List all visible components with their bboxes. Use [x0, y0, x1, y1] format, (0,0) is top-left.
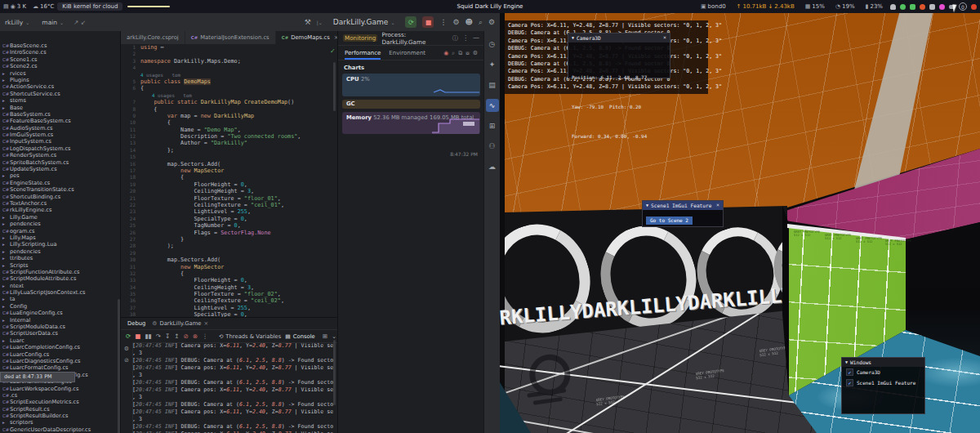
more-actions-icon[interactable]: ⋮ — [439, 18, 447, 26]
tree-item[interactable]: C# ScriptUserData.cs — [0, 330, 120, 337]
database-icon[interactable]: ▤ — [486, 78, 499, 92]
notifications-icon[interactable]: ◷ — [486, 38, 499, 51]
battery-percent[interactable]: 23% — [870, 3, 883, 10]
tree-item[interactable]: C# InputSystem.cs — [0, 138, 120, 145]
tree-item[interactable]: C# Scene2.cs — [0, 63, 120, 69]
tree-item[interactable]: C# ScriptFunctionAttribute.cs — [0, 269, 120, 275]
bell-icon[interactable] — [890, 4, 896, 10]
tree-item[interactable]: C# LuarcConfig.cs — [0, 351, 120, 358]
collapse-arrow-icon[interactable]: ▼ — [646, 201, 648, 210]
monitoring-stripe-icon[interactable]: ∿ — [486, 99, 499, 112]
tab-demomaps[interactable]: C# DemoMaps.cs × — [276, 31, 345, 44]
tree-item[interactable]: C# ScriptResultBuilder.cs — [0, 413, 120, 419]
tree-item[interactable]: C# GenericUserDataDescriptor.cs — [0, 426, 120, 433]
debug-console-output[interactable]: [20:47:45 INF] Camera pos: X=6.11, Y=2.4… — [132, 342, 333, 433]
tree-item[interactable]: ▸ pes — [0, 172, 120, 179]
checkbox-checked-icon[interactable]: ✔ — [846, 368, 853, 376]
push-pull-arrows[interactable]: ↗ ↙ — [74, 19, 86, 26]
tree-item[interactable]: C# LillyLuaScriptJsonContext.cs — [0, 289, 120, 296]
flame-icon[interactable] — [920, 4, 925, 10]
collapse-arrow-icon[interactable]: ▼ — [572, 33, 574, 42]
tab-console[interactable]: ▤ Console — [285, 333, 314, 340]
tree-item[interactable]: C# LuarcWorkspaceConfig.cs — [0, 386, 120, 392]
build-hammer-icon[interactable]: ⚒ — [305, 18, 311, 26]
tree-item[interactable]: ▸ Config — [0, 303, 120, 310]
tree-item[interactable]: C# ScriptModuleAttribute.cs — [0, 275, 120, 282]
tree-item[interactable]: C# ogram.cs — [0, 228, 120, 234]
weather-indicator[interactable]: 16°C — [40, 3, 54, 10]
tree-item[interactable]: ▸ Plugins — [0, 77, 120, 83]
tab-environment[interactable]: Environment — [389, 46, 425, 60]
tree-item[interactable]: C# LuaEngineConfig.cs — [0, 310, 120, 316]
notification-pill[interactable]: KiB kernel for cloud — [57, 2, 122, 11]
status-dot-magenta[interactable] — [939, 4, 945, 10]
close-icon[interactable]: × — [716, 201, 719, 210]
imgui-window-camera3d[interactable]: ▼ Camera3D × Position: 6.11, 2.48, 8.77 … — [568, 33, 670, 78]
clear-console-icon[interactable]: ⊘ — [124, 357, 129, 364]
tree-item[interactable]: ▸ ntext — [0, 283, 120, 289]
tree-item[interactable]: ▸ ttributes — [0, 255, 120, 261]
console-settings-icon[interactable]: ⚙ — [124, 346, 129, 352]
stop-icon[interactable]: ■ — [135, 333, 140, 340]
run-button[interactable]: ⟳ — [405, 16, 416, 28]
editor-scrollbar[interactable] — [333, 62, 336, 111]
pause-icon[interactable]: ▮▮ — [145, 333, 151, 340]
go-to-scene2-button[interactable]: Go to Scene 2 — [646, 216, 693, 225]
tree-item[interactable]: C# Scene1.cs — [0, 56, 120, 63]
tree-item[interactable]: ▸ pendencies — [0, 248, 120, 255]
tree-item[interactable]: ▸ stems — [0, 97, 120, 104]
layers-icon[interactable]: ⧉ — [458, 50, 462, 56]
tree-item[interactable]: C# SceneTransitionState.cs — [0, 186, 120, 193]
tree-item[interactable]: ▸ Base — [0, 105, 120, 111]
game-viewport[interactable]: GREY PROTOTYPE512 x 512 GREY PROTOTYPE51… — [500, 13, 980, 433]
options-icon[interactable]: ⋮ — [462, 34, 469, 42]
view-breakpoints-icon[interactable]: ⊗ — [193, 333, 198, 340]
status-dot-green[interactable] — [900, 4, 906, 10]
status-dot-red[interactable] — [971, 4, 977, 10]
window-toggle[interactable]: ✔ Scene1 ImGui Feature — [842, 377, 924, 388]
network-iface[interactable]: bond0 — [708, 3, 726, 10]
tree-item[interactable]: C# LogDispatchSystem.cs — [0, 145, 120, 152]
tree-item[interactable]: ▸ Lilly.Maps — [0, 234, 120, 241]
mute-breakpoints-icon[interactable]: ⊘ — [184, 333, 189, 340]
tree-item[interactable]: C# AudioSystem.cs — [0, 125, 120, 132]
tree-item[interactable]: C# ScriptExecutionMetrics.cs — [0, 399, 120, 405]
tree-item[interactable]: ▸ Lilly.Game — [0, 214, 120, 221]
zero-badge[interactable]: 0 — [959, 2, 967, 11]
info-icon[interactable]: ⓘ — [452, 34, 458, 42]
tree-item[interactable]: C# SpriteBatchSystem.cs — [0, 159, 120, 166]
tree-item[interactable]: ▸ Lilly.Scripting.Lua — [0, 241, 120, 248]
tree-item[interactable]: C# RenderSystem.cs — [0, 152, 120, 158]
tree-item[interactable]: ▸ Internal — [0, 317, 120, 324]
project-selector[interactable]: rkLilly⌄ — [5, 19, 29, 26]
imgui-window-scene1[interactable]: ▼ Scene1 ImGui Feature × Go to Scene 2 — [642, 200, 724, 227]
tree-item[interactable]: ▸ scriptors — [0, 419, 120, 426]
tree-item[interactable]: C# FeatureBaseSystem.cs — [0, 118, 120, 124]
tree-item[interactable]: C# ScriptModuleData.cs — [0, 324, 120, 330]
imgui-window-windows[interactable]: ▼ Windows ✔ Camera3D ✔ Scene1 ImGui Feat… — [841, 357, 925, 414]
debug-session-tab[interactable]: ⚙ DarkLilly.Game × — [152, 320, 208, 327]
rerun-icon[interactable]: ⟳ — [126, 333, 131, 340]
console-scrollbar[interactable] — [333, 340, 336, 405]
tab-close-icon[interactable]: × — [203, 320, 208, 327]
chart-settings-icon[interactable]: ⚙ — [473, 50, 478, 56]
tree-item[interactable]: C# ActionService.cs — [0, 83, 120, 90]
inspections-ok-icon[interactable]: ✓ — [330, 47, 336, 55]
tree-item[interactable]: ▸ ta — [0, 296, 120, 302]
tree-item[interactable]: C# ShortcutBinding.cs — [0, 194, 120, 200]
cpu-chart[interactable]: CPU 2% — [342, 74, 480, 96]
layout-icon[interactable]: ⊞ — [323, 333, 327, 340]
settings-gear-icon[interactable]: ⚙ — [452, 18, 459, 26]
tree-item[interactable]: ▸ Scripts — [0, 262, 120, 269]
stop-button[interactable]: ■ — [422, 16, 434, 28]
collapse-arrow-icon[interactable]: ▼ — [845, 358, 848, 367]
ai-assistant-icon[interactable]: ✦ — [486, 58, 499, 71]
chevron-icon[interactable]: ⌄ — [332, 333, 336, 340]
imgui-titlebar[interactable]: ▼ Windows — [842, 358, 924, 367]
tree-item[interactable]: C# ScriptResult.cs — [0, 406, 120, 413]
checkbox-checked-icon[interactable]: ✔ — [846, 379, 853, 386]
hide-icon[interactable]: — — [473, 34, 479, 42]
grid-icon[interactable] — [929, 4, 935, 10]
ide-settings-icon[interactable]: ⚙ — [488, 18, 495, 26]
tree-item[interactable]: C# rkLillyEngine.cs — [0, 207, 120, 213]
